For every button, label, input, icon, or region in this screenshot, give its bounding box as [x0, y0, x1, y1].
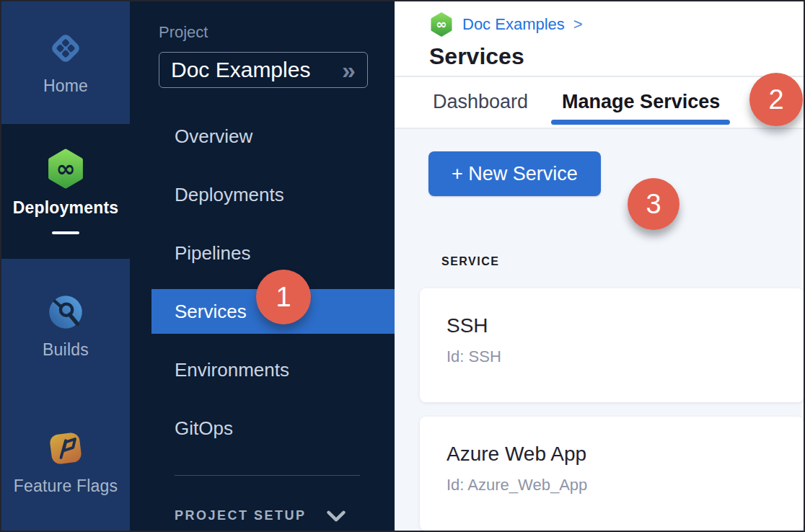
service-card-ssh[interactable]: SSH Id: SSH [420, 288, 804, 402]
project-sidebar: Project Doc Examples » Overview Deployme… [130, 1, 395, 531]
project-label: Project [159, 23, 395, 42]
module-home-label: Home [43, 76, 88, 96]
cd-module-icon: ∞ [429, 12, 454, 37]
annotation-badge-1: 1 [256, 270, 311, 324]
sidebar-item-overview[interactable]: Overview [151, 114, 395, 159]
service-id: Id: Azure_Web_App [447, 476, 804, 495]
breadcrumb-link-project[interactable]: Doc Examples [462, 15, 565, 34]
sidebar-item-environments[interactable]: Environments [151, 347, 395, 392]
annotation-badge-3: 3 [628, 178, 679, 230]
tab-label: Dashboard [433, 91, 528, 113]
sidebar-item-deployments[interactable]: Deployments [151, 172, 395, 217]
service-name: SSH [447, 314, 804, 337]
chevron-down-icon [327, 510, 346, 522]
module-rail: Home ∞ Deployments [1, 1, 130, 531]
sidebar-item-gitops[interactable]: GitOps [151, 406, 395, 451]
active-tab-underline [551, 120, 730, 125]
module-builds-label: Builds [43, 340, 89, 360]
project-setup-label: PROJECT SETUP [175, 508, 307, 523]
breadcrumb: ∞ Doc Examples > [429, 12, 804, 37]
infinity-glyph: ∞ [56, 155, 75, 182]
sidebar-item-label: Pipelines [175, 242, 251, 265]
page-title: Services [429, 43, 804, 70]
module-deployments[interactable]: ∞ Deployments [1, 124, 130, 259]
module-feature-flags[interactable]: Feature Flags [1, 394, 130, 531]
chevron-right-icon: > [573, 15, 583, 34]
active-module-underline [52, 231, 79, 234]
sidebar-item-label: GitOps [175, 417, 233, 440]
sidebar-item-label: Services [175, 301, 247, 323]
new-service-button[interactable]: + New Service [428, 151, 601, 196]
project-name: Doc Examples [171, 58, 342, 82]
project-setup-toggle[interactable]: PROJECT SETUP [175, 508, 395, 523]
tab-manage-services[interactable]: Manage Services [562, 77, 720, 128]
service-id: Id: SSH [447, 347, 804, 366]
sidebar-item-label: Environments [175, 359, 289, 381]
infinity-glyph: ∞ [436, 17, 447, 32]
feature-flags-icon [47, 430, 84, 467]
app-window: Home ∞ Deployments [0, 0, 805, 532]
page-header: ∞ Doc Examples > Services [395, 1, 804, 77]
services-content: + New Service SERVICE SSH Id: SSH Azure … [395, 129, 804, 531]
tab-label: Manage Services [562, 91, 720, 113]
tab-bar: Dashboard Manage Services [395, 77, 804, 129]
builds-icon [47, 293, 84, 331]
tab-dashboard[interactable]: Dashboard [433, 77, 528, 128]
main-area: ∞ Doc Examples > Services Dashboard Mana… [395, 1, 804, 531]
annotation-badge-2: 2 [749, 73, 803, 126]
module-feature-flags-label: Feature Flags [14, 476, 118, 496]
module-deployments-label: Deployments [13, 198, 119, 218]
home-icon [47, 30, 84, 67]
project-selector[interactable]: Doc Examples » [159, 52, 368, 88]
service-card-azure-web-app[interactable]: Azure Web App Id: Azure_Web_App [420, 417, 804, 531]
sidebar-item-label: Overview [175, 125, 252, 148]
sidebar-item-label: Deployments [175, 184, 284, 206]
module-builds[interactable]: Builds [1, 259, 130, 394]
service-name: Azure Web App [447, 443, 804, 466]
double-chevron-icon: » [342, 58, 356, 82]
service-column-header: SERVICE [441, 255, 801, 268]
module-home[interactable]: Home [1, 1, 130, 124]
sidebar-item-pipelines[interactable]: Pipelines [151, 231, 395, 275]
sidebar-divider [175, 475, 360, 476]
deployments-icon: ∞ [45, 148, 86, 189]
